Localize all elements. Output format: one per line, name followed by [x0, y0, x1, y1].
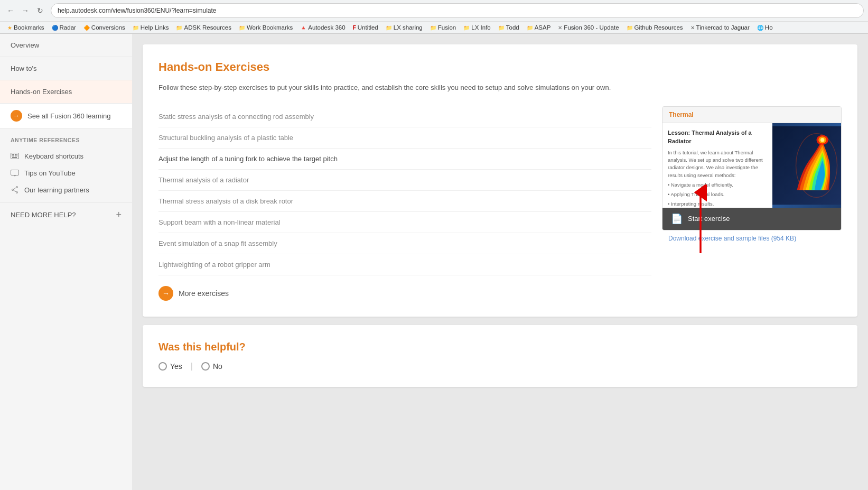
bookmark-fusion360-update[interactable]: ✕ Fusion 360 - Update [555, 23, 622, 32]
see-all-label: See all Fusion 360 learning [27, 112, 111, 120]
exercise-item-1[interactable]: Structural buckling analysis of a plasti… [158, 127, 651, 149]
nav-buttons: ← → ↻ [4, 4, 46, 17]
svg-rect-5 [12, 155, 13, 156]
bookmark-adsk[interactable]: 📁 ADSK Resources [173, 23, 234, 32]
exercise-item-3[interactable]: Thermal analysis of a radiator [158, 170, 651, 191]
more-exercises-button[interactable]: → More exercises [158, 286, 651, 301]
exercise-item-6[interactable]: Event simulation of a snap fit assembly [158, 233, 651, 254]
folder-icon: 📁 [133, 25, 139, 31]
bookmark-fusion[interactable]: 📁 Fusion [427, 23, 460, 32]
bookmark-conversions[interactable]: 🔶 Conversions [80, 23, 128, 32]
forward-button[interactable]: → [19, 4, 32, 17]
main-content: Hands-on Exercises Follow these step-by-… [132, 34, 868, 490]
page-wrapper: Overview How to's Hands-on Exercises → S… [0, 34, 868, 490]
helpful-no[interactable]: No [201, 362, 222, 371]
bookmark-autodesk360[interactable]: 🔺 Autodesk 360 [297, 23, 348, 32]
browser-toolbar: ← → ↻ [0, 0, 868, 21]
folder-icon: 📁 [176, 25, 182, 31]
bookmark-lxinfo[interactable]: 📁 LX Info [460, 23, 493, 32]
back-button[interactable]: ← [4, 4, 17, 17]
exercise-item-2[interactable]: Adjust the length of a tuning fork to ac… [158, 149, 651, 170]
bookmark-bookmarks[interactable]: ★ Bookmarks [4, 23, 48, 32]
bookmark-help-links[interactable]: 📁 Help Links [129, 23, 172, 32]
see-all-button[interactable]: → See all Fusion 360 learning [0, 104, 132, 128]
folder-icon: 📁 [627, 25, 633, 31]
see-all-icon: → [11, 110, 22, 122]
download-link[interactable]: Download exercise and sample files (954 … [662, 230, 842, 246]
exercise-preview: Thermal Lesson: Thermal Analysis of a Ra… [662, 106, 842, 301]
section-description: Follow these step-by-step exercises to p… [158, 82, 842, 94]
bookmark-label: ASAP [535, 24, 551, 31]
sidebar-item-overview[interactable]: Overview [0, 34, 132, 57]
x-icon: ✕ [690, 25, 695, 31]
helpful-yes[interactable]: Yes [158, 362, 182, 371]
bookmark-label: Bookmarks [14, 24, 44, 31]
folder-icon: 📁 [386, 25, 392, 31]
exercises-card: Hands-on Exercises Follow these step-by-… [143, 44, 857, 317]
exercise-item-4[interactable]: Thermal stress analysis of a disk break … [158, 191, 651, 212]
autodesk-icon: 🔺 [300, 25, 306, 31]
svg-point-15 [16, 192, 18, 193]
bookmark-ho[interactable]: 🌐 Ho [754, 23, 776, 32]
bookmark-tinkercad[interactable]: ✕ Tinkercad to Jaguar [687, 23, 753, 32]
thermal-viz-svg [772, 123, 841, 208]
preview-text-section: Lesson: Thermal Analysis of a Radiator I… [662, 123, 772, 208]
svg-rect-10 [11, 170, 19, 175]
svg-point-14 [12, 189, 14, 191]
globe-icon: 🌐 [757, 25, 763, 31]
sidebar-item-exercises[interactable]: Hands-on Exercises [0, 80, 132, 104]
exercise-item-0[interactable]: Static stress analysis of a connecting r… [158, 106, 651, 127]
helpful-card: Was this helpful? Yes | No [143, 325, 857, 387]
yes-radio[interactable] [158, 362, 167, 371]
svg-rect-9 [12, 157, 17, 158]
helpful-divider: | [191, 362, 193, 371]
need-more-help[interactable]: NEED MORE HELP? + [0, 202, 132, 227]
sidebar-item-howtos[interactable]: How to's [0, 57, 132, 80]
sidebar: Overview How to's Hands-on Exercises → S… [0, 34, 132, 490]
sidebar-item-label: How to's [11, 64, 36, 72]
reload-button[interactable]: ↻ [34, 4, 46, 17]
bookmark-work[interactable]: 📁 Work Bookmarks [236, 23, 296, 32]
bookmark-github[interactable]: 📁 Github Resources [623, 23, 686, 32]
bookmark-label: Work Bookmarks [247, 24, 293, 31]
section-title: Hands-on Exercises [158, 60, 842, 74]
no-radio[interactable] [201, 362, 210, 371]
need-help-label: NEED MORE HELP? [11, 211, 76, 219]
bookmark-radar[interactable]: 🔵 Radar [49, 23, 79, 32]
no-label: No [213, 362, 222, 371]
folder-icon: 📁 [239, 25, 245, 31]
address-bar[interactable] [51, 3, 864, 18]
preview-visualization [772, 123, 841, 208]
preview-header: Thermal [662, 107, 841, 123]
start-exercise-label: Start exercise [688, 215, 730, 223]
sidebar-keyboard-shortcuts[interactable]: Keyboard shortcuts [0, 147, 132, 164]
preview-card: Thermal Lesson: Thermal Analysis of a Ra… [662, 106, 842, 230]
exercise-item-7[interactable]: Lightweighting of a robot gripper arm [158, 254, 651, 275]
untitled-icon: F [353, 25, 356, 31]
sidebar-learning-partners[interactable]: Our learning partners [0, 181, 132, 198]
bookmark-label: Ho [765, 24, 773, 31]
svg-rect-8 [16, 155, 17, 156]
exercise-item-5[interactable]: Support beam with a non-linear material [158, 212, 651, 233]
bookmark-lxsharing[interactable]: 📁 LX sharing [382, 23, 426, 32]
helpful-options: Yes | No [158, 362, 842, 371]
bookmark-label: Fusion [438, 24, 456, 31]
radar-icon: 🔵 [52, 25, 58, 31]
bookmarks-bar: ★ Bookmarks 🔵 Radar 🔶 Conversions 📁 Help… [0, 21, 868, 33]
bookmark-untitled[interactable]: F Untitled [350, 23, 381, 32]
bookmark-label: Todd [506, 24, 519, 31]
learning-partners-label: Our learning partners [24, 186, 89, 194]
folder-icon: 📁 [463, 25, 470, 31]
monitor-icon [11, 169, 19, 177]
helpful-title: Was this helpful? [158, 341, 842, 353]
sidebar-item-label: Overview [11, 41, 39, 49]
x-icon: ✕ [558, 25, 562, 31]
bookmark-label: ADSK Resources [184, 24, 231, 31]
start-exercise-button[interactable]: 📄 Start exercise [662, 208, 841, 230]
bookmark-todd[interactable]: 📁 Todd [495, 23, 522, 32]
bookmark-asap[interactable]: 📁 ASAP [524, 23, 554, 32]
folder-icon: 📁 [527, 25, 533, 31]
preview-text-title: Lesson: Thermal Analysis of a Radiator [668, 128, 767, 146]
sidebar-tips-youtube[interactable]: Tips on YouTube [0, 164, 132, 181]
exercises-layout: Static stress analysis of a connecting r… [158, 106, 842, 301]
